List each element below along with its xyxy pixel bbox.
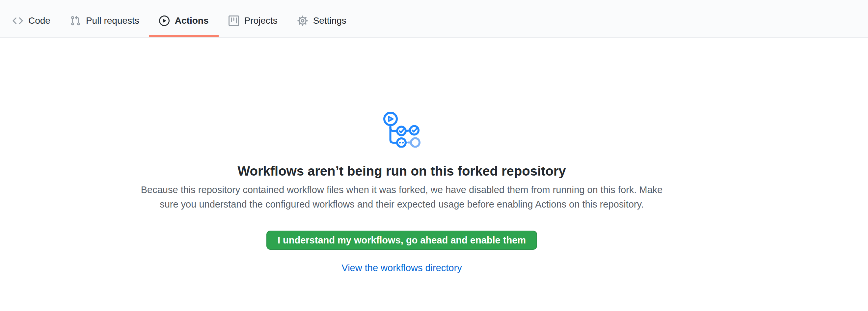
tab-code[interactable]: Code <box>3 0 60 37</box>
description-line: sure you understand the configured workf… <box>0 197 803 212</box>
tab-label: Actions <box>175 15 209 26</box>
tab-label: Pull requests <box>86 15 139 26</box>
button-row: I understand my workflows, go ahead and … <box>0 212 803 250</box>
active-tab-indicator <box>149 35 219 37</box>
git-pull-request-icon <box>70 15 81 26</box>
blankslate-description: Because this repository contained workfl… <box>0 183 803 212</box>
tab-settings[interactable]: Settings <box>287 0 356 37</box>
play-icon <box>159 15 169 26</box>
project-icon <box>228 15 239 26</box>
tab-label: Settings <box>313 15 346 26</box>
blankslate-heading: Workflows aren’t being run on this forke… <box>0 163 803 179</box>
tab-projects[interactable]: Projects <box>219 0 287 37</box>
tab-actions[interactable]: Actions <box>149 0 219 37</box>
description-line: Because this repository contained workfl… <box>0 183 803 197</box>
tab-label: Code <box>28 15 51 26</box>
tab-label: Projects <box>244 15 278 26</box>
actions-disabled-page: Workflows aren’t being run on this forke… <box>0 110 803 274</box>
view-workflows-directory-link[interactable]: View the workflows directory <box>341 262 462 273</box>
gear-icon <box>297 15 308 26</box>
repo-tab-bar: Code Pull requests Actions Projects <box>0 0 868 37</box>
tab-pull-requests[interactable]: Pull requests <box>60 0 149 37</box>
link-row: View the workflows directory <box>0 262 803 274</box>
workflow-graph-icon <box>383 110 421 148</box>
code-icon <box>12 15 23 26</box>
enable-workflows-button[interactable]: I understand my workflows, go ahead and … <box>267 230 537 250</box>
